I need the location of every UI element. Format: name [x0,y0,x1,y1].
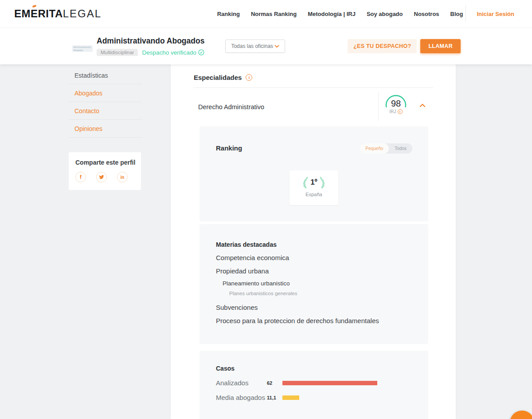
sidebar-item-contacto[interactable]: Contacto [69,102,142,120]
firm-name: Administrativando Abogados [97,36,204,46]
verified-badge: Despacho verificado [142,49,204,56]
multidisciplinar-badge: Multidisciplinar [97,49,138,56]
materias-title: Materias destacadas [216,241,412,248]
main-content: Especialidades i Derecho Administrativo … [171,64,456,419]
verified-check-icon [198,49,204,55]
irj-info-icon[interactable]: i [398,109,403,114]
ranking-panel: Ranking Pequeño Todos 1º [200,126,428,221]
specialty-name: Derecho Administrativo [198,103,264,111]
toggle-todos[interactable]: Todos [389,143,412,154]
sidebar-item-opiniones[interactable]: Opiniones [69,120,142,138]
irj-label: IRJ [390,109,396,114]
twitter-icon [99,174,104,180]
materia-item: Proceso para la proteccion de derechos f… [216,317,412,324]
offices-dropdown[interactable]: Todas las oficinas [225,40,285,53]
share-title: Comparte este perfil [75,159,141,166]
materia-item: Competencia economica [216,254,412,261]
share-twitter-button[interactable] [96,172,107,182]
irj-score-value: 98 [384,99,407,109]
materias-panel: Materias destacadas Competencia economic… [200,224,428,344]
top-navbar: EMERITALEGAL RankingNormas RankingMetodo… [0,0,532,28]
laurel-right-icon [319,176,327,189]
caso-value: 62 [267,380,282,386]
casos-title: Casos [200,351,428,372]
caso-label: Analizados [216,379,267,387]
casos-panel: Casos Analizados62Media abogados11,1 [200,351,428,419]
firm-logo-image: Administrativando Abogados [72,45,93,52]
caso-row: Media abogados11,1 [200,394,428,401]
nav-item-metodolog-a-irj[interactable]: Metodología | IRJ [308,11,356,17]
ranking-scope: España [289,192,338,197]
materia-item: Subvenciones [216,304,412,311]
share-profile-card: Comparte este perfil f in [69,152,141,190]
sidebar-item-estad-sticas[interactable]: Estadísticas [69,67,142,84]
logo-accented-letter: E [31,8,38,20]
logo-bold-part2: RITA [38,8,63,20]
materia-item: Propiedad urbana [216,267,412,275]
nav-links: RankingNormas RankingMetodología | IRJSo… [217,11,463,17]
sidebar-item-abogados[interactable]: Abogados [69,84,142,102]
logo-light-part: LEGAL [63,8,102,20]
profile-sidebar-menu: EstadísticasAbogadosContactoOpiniones [69,67,142,138]
especialidades-info-icon[interactable]: i [246,74,252,81]
laurel-left-icon [301,176,309,189]
casos-chart: Analizados62Media abogados11,1 [200,379,428,401]
firm-meta: Administrativando Abogados Multidiscipli… [97,36,204,56]
caso-value: 11,1 [267,395,282,400]
claim-office-button[interactable]: ¿ES TU DESPACHO? [348,39,417,53]
nav-divider [466,6,466,22]
login-link[interactable]: Iniciar Sesión [477,11,514,17]
materia-item: Planes urbanisticos generales [216,291,412,296]
vertical-divider [378,92,379,121]
share-facebook-button[interactable]: f [75,172,86,182]
materia-item: Planeamiento urbanistico [216,280,412,287]
nav-item-normas-ranking[interactable]: Normas Ranking [251,11,297,17]
materias-list: Competencia economicaPropiedad urbanaPla… [216,254,412,324]
nav-item-nosotros[interactable]: Nosotros [414,11,439,17]
chat-fab-button[interactable] [510,411,532,419]
section-divider [194,87,433,88]
irj-score-gauge: 98 IRJ i [384,94,407,114]
caso-row: Analizados62 [200,379,428,387]
logo-bold-part1: EM [14,8,31,20]
call-button[interactable]: LLAMAR [420,39,461,53]
nav-item-ranking[interactable]: Ranking [217,11,240,17]
caso-bar [282,395,299,400]
ranking-size-toggle: Pequeño Todos [360,143,412,154]
facebook-icon: f [80,174,82,180]
ranking-position-card: 1º España [289,170,338,205]
caso-label: Media abogados [216,394,267,401]
chevron-down-icon [274,45,279,48]
firm-header: Administrativando Abogados Administrativ… [0,28,532,64]
ranking-title: Ranking [216,144,242,152]
caso-bar [282,381,377,385]
share-linkedin-button[interactable]: in [117,172,128,182]
ranking-position: 1º [310,178,317,187]
site-logo[interactable]: EMERITALEGAL [14,8,102,20]
chevron-up-icon[interactable] [419,103,426,107]
nav-item-blog[interactable]: Blog [450,11,463,17]
section-title-especialidades: Especialidades [194,74,242,81]
linkedin-icon: in [121,175,125,180]
toggle-pequeno[interactable]: Pequeño [360,143,389,154]
nav-item-soy-abogado[interactable]: Soy abogado [367,11,403,17]
